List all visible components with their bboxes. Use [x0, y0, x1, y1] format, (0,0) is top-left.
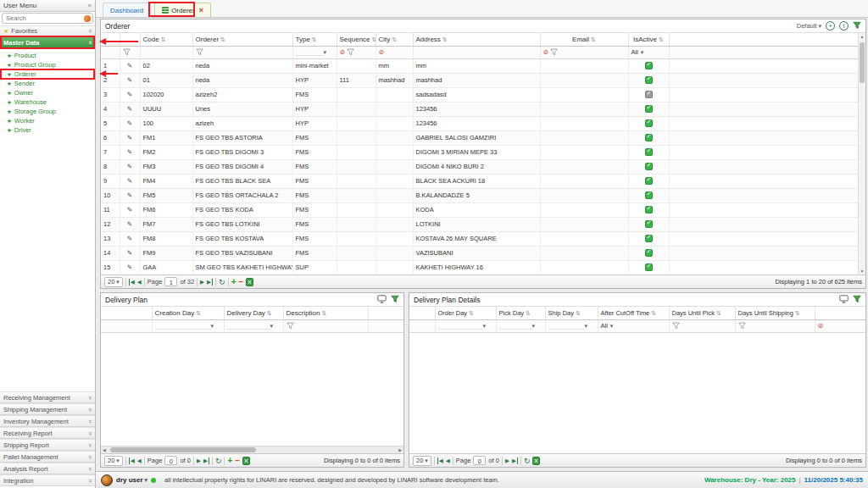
- column-header-address[interactable]: Address⇅: [413, 33, 540, 46]
- filter-input[interactable]: [548, 323, 585, 330]
- edit-row-icon[interactable]: ✎: [120, 231, 140, 246]
- edit-row-icon[interactable]: ✎: [120, 102, 140, 116]
- scroll-right-icon[interactable]: ▶: [398, 447, 402, 453]
- column-header-pick-day[interactable]: Pick Day⇅: [496, 307, 545, 319]
- prev-page-button[interactable]: ◀: [137, 458, 142, 464]
- sidebar-item-driver[interactable]: ★Driver: [0, 125, 95, 135]
- export-excel-button[interactable]: [242, 456, 250, 464]
- page-number-input[interactable]: 0: [164, 456, 177, 465]
- isactive-checkbox[interactable]: [645, 206, 653, 214]
- isactive-checkbox[interactable]: [645, 105, 653, 113]
- filter-dropdown-icon[interactable]: ▾: [532, 323, 536, 329]
- search-action-icon[interactable]: [84, 15, 91, 22]
- filter-dropdown-icon[interactable]: ▾: [585, 323, 588, 329]
- column-header-days-until-pick[interactable]: Days Until Pick⇅: [669, 307, 735, 319]
- favorites-header[interactable]: ★ Favorites »: [0, 25, 95, 36]
- orderer-table-row[interactable]: 3✎102020azizeh2FMSsadsadasd: [101, 87, 859, 102]
- sidebar-item-sender[interactable]: ★Sender: [0, 79, 95, 88]
- orderer-table-row[interactable]: 1✎02nedamini-marketmmmm: [101, 58, 859, 73]
- scrollbar-thumb[interactable]: [860, 42, 865, 83]
- next-page-button[interactable]: ▶: [197, 458, 201, 464]
- sidebar-item-worker[interactable]: ★Worker: [0, 116, 95, 125]
- isactive-checkbox[interactable]: [645, 220, 653, 228]
- isactive-checkbox[interactable]: [645, 119, 653, 127]
- sidebar-item-orderer[interactable]: ★Orderer: [0, 69, 95, 79]
- first-page-button[interactable]: ◀: [129, 279, 135, 286]
- add-row-button[interactable]: +: [227, 456, 232, 465]
- filter-input[interactable]: [155, 323, 211, 330]
- add-circle-button[interactable]: +: [826, 21, 835, 30]
- layout-monitor-icon[interactable]: [839, 295, 849, 305]
- orderer-table-row[interactable]: 12✎FM7FS GEO TBS LOTKINIFMSLOTKINI: [101, 217, 859, 231]
- clear-filter-icon[interactable]: ⊘: [818, 322, 824, 330]
- column-header-ship-day[interactable]: Ship Day⇅: [545, 307, 598, 319]
- edit-row-icon[interactable]: ✎: [120, 73, 140, 87]
- sidebar-section-receiving-management[interactable]: Receiving Management»: [0, 391, 95, 403]
- sidebar-item-storage-group[interactable]: ★Storage Group: [0, 107, 95, 116]
- export-excel-button[interactable]: [532, 456, 540, 464]
- filter-funnel-icon[interactable]: [738, 322, 746, 330]
- column-header-creation-day[interactable]: Creation Day⇅: [152, 307, 224, 319]
- filter-funnel-icon[interactable]: [123, 48, 131, 56]
- scrollbar-thumb[interactable]: [110, 447, 256, 452]
- edit-row-icon[interactable]: ✎: [120, 174, 140, 188]
- edit-row-icon[interactable]: ✎: [120, 87, 140, 102]
- isactive-checkbox[interactable]: [645, 62, 653, 69]
- isactive-checkbox[interactable]: [645, 134, 653, 141]
- user-menu-header[interactable]: User Menu «: [0, 0, 95, 12]
- edit-row-icon[interactable]: ✎: [120, 246, 140, 260]
- isactive-checkbox[interactable]: [645, 148, 653, 156]
- sidebar-section-analysis-report[interactable]: Analysis Report»: [0, 463, 95, 474]
- grid-filter-button[interactable]: [853, 21, 861, 31]
- sidebar-section-shipping-report[interactable]: Shipping Report»: [0, 439, 95, 451]
- filter-input[interactable]: [499, 323, 532, 330]
- edit-row-icon[interactable]: ✎: [120, 260, 140, 274]
- next-page-button[interactable]: ▶: [505, 458, 509, 464]
- refresh-button[interactable]: ↻: [219, 278, 225, 286]
- filter-funnel-icon[interactable]: [196, 48, 203, 56]
- vertical-scrollbar[interactable]: ▲ ▼: [858, 33, 865, 274]
- first-page-button[interactable]: ◀: [129, 458, 135, 464]
- filter-dropdown-icon[interactable]: ▾: [324, 49, 327, 55]
- view-selector[interactable]: Default ▾: [797, 22, 821, 30]
- isactive-checkbox[interactable]: [645, 76, 653, 84]
- sidebar-item-owner[interactable]: ★Owner: [0, 88, 95, 97]
- page-size-select[interactable]: 20▾: [413, 456, 431, 466]
- isactive-checkbox[interactable]: [645, 263, 653, 271]
- column-header-delivery-day[interactable]: Delivery Day⇅: [224, 307, 283, 319]
- filter-funnel-icon[interactable]: [287, 322, 294, 330]
- refresh-button[interactable]: ↻: [215, 457, 222, 465]
- orderer-table-row[interactable]: 15✎GAASM GEO TBS KAKHETI HIGHWAYSUPKAKHE…: [101, 260, 859, 274]
- isactive-checkbox[interactable]: [645, 191, 653, 199]
- orderer-table-row[interactable]: 13✎FM8FS GEO TBS KOSTAVAFMSKOSTAVA 26 MA…: [101, 231, 859, 246]
- edit-row-icon[interactable]: ✎: [120, 217, 140, 231]
- collapse-sidebar-icon[interactable]: «: [88, 2, 92, 9]
- isactive-checkbox[interactable]: [645, 249, 653, 257]
- edit-row-icon[interactable]: ✎: [120, 188, 140, 202]
- orderer-table-row[interactable]: 9✎FM4FS GEO TBS BLACK SEAFMSBLACK SEA AC…: [101, 174, 859, 188]
- filter-all-dropdown[interactable]: All▾: [601, 322, 614, 330]
- scroll-down-icon[interactable]: ▼: [859, 268, 865, 274]
- close-tab-icon[interactable]: ×: [199, 6, 203, 14]
- column-header-days-until-shipping[interactable]: Days Until Shipping⇅: [735, 307, 815, 319]
- column-header-isactive[interactable]: IsActive⇅: [628, 33, 669, 46]
- orderer-table-row[interactable]: 5✎100azizehHYP123456: [101, 116, 859, 130]
- filter-input[interactable]: [227, 323, 270, 330]
- filter-input[interactable]: [296, 49, 324, 56]
- page-number-input[interactable]: 0: [473, 456, 486, 465]
- next-page-button[interactable]: ▶: [200, 279, 204, 286]
- sidebar-section-integration[interactable]: Integration»: [0, 474, 95, 486]
- filter-dropdown-icon[interactable]: ▾: [211, 323, 214, 329]
- orderer-table-row[interactable]: 8✎FM3FS GEO TBS DIGOMI 4FMSDIGOMI 4 NIKO…: [101, 159, 859, 174]
- add-row-button[interactable]: +: [231, 277, 236, 286]
- column-header-description[interactable]: Description⇅: [283, 307, 368, 319]
- grid-filter-button[interactable]: [391, 295, 399, 305]
- filter-all-dropdown[interactable]: All▾: [632, 48, 644, 56]
- orderer-table-row[interactable]: 6✎FM1FS GEO TBS ASTORIAFMSGABRIEL SALOSI…: [101, 130, 859, 145]
- orderer-table-row[interactable]: 7✎FM2FS GEO TBS DIGOMI 3FMSDIGOMI 3 MIRI…: [101, 145, 859, 159]
- clear-filter-icon[interactable]: ⊘: [543, 48, 549, 56]
- prev-page-button[interactable]: ◀: [446, 458, 450, 464]
- column-header-code[interactable]: Code⇅: [140, 33, 192, 46]
- column-header-after-cutoff-time[interactable]: After CutOff Time⇅: [598, 307, 669, 319]
- user-menu-button[interactable]: dry user ▾: [116, 476, 147, 484]
